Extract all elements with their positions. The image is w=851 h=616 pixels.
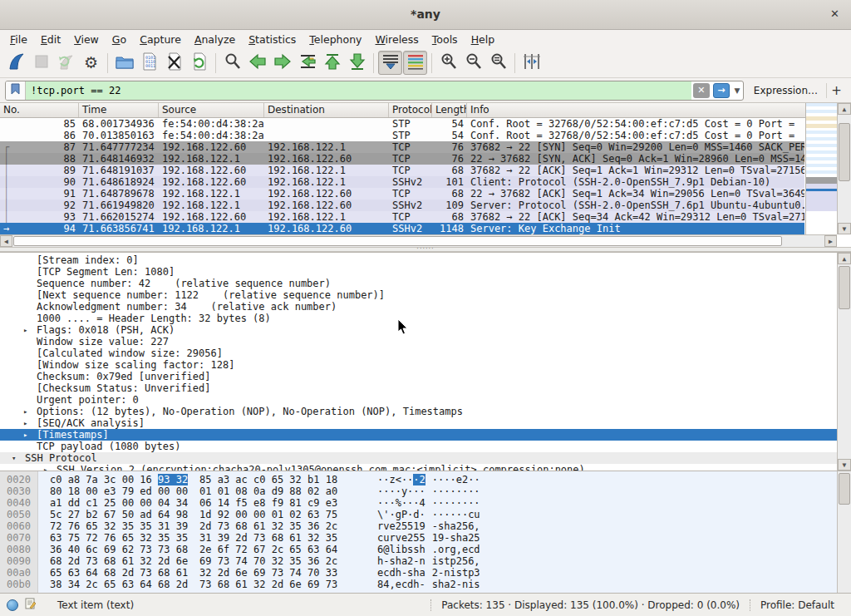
packet-row[interactable]: 8568.001734936fe:54:00:d4:38:2aSTP54Conf… [0, 118, 804, 130]
menu-go[interactable]: Go [106, 32, 133, 47]
scrollbar-thumb[interactable] [839, 123, 850, 181]
details-vscrollbar[interactable]: ▲ ▼ [837, 253, 851, 471]
detail-line[interactable]: ▸Flags: 0x018 (PSH, ACK) [0, 324, 837, 336]
expand-icon[interactable]: ▸ [23, 417, 27, 429]
hex-row[interactable]: 003080 18 00 e3 79 ed 00 0001 01 08 0a d… [0, 485, 837, 497]
menu-tools[interactable]: Tools [426, 32, 465, 47]
go-first-button[interactable] [320, 51, 344, 75]
packet-list-header[interactable]: No.TimeSourceDestinationProtocolLengthIn… [0, 103, 851, 118]
expert-info-icon[interactable] [7, 599, 18, 611]
menu-view[interactable]: View [67, 32, 106, 47]
detail-line[interactable]: 1000 .... = Header Length: 32 bytes (8) [0, 313, 837, 324]
packet-row[interactable]: │9171.648789678192.168.122.1192.168.122.… [0, 188, 804, 200]
packet-row[interactable]: │9071.648618924192.168.122.60192.168.122… [0, 176, 804, 188]
hex-row[interactable]: 00505c 27 b2 67 50 ad 64 981d 92 00 00 0… [0, 509, 837, 520]
column-header-destination[interactable]: Destination [264, 103, 389, 117]
menu-edit[interactable]: Edit [34, 32, 67, 47]
status-profile[interactable]: Profile: Default [750, 599, 844, 611]
detail-line[interactable]: Sequence number: 42 (relative sequence n… [0, 278, 837, 289]
filter-bookmark-button[interactable] [6, 81, 26, 100]
display-filter-input[interactable]: !tcp.port == 22 [26, 81, 691, 100]
reload-file-button[interactable] [187, 51, 211, 75]
capture-options-button[interactable]: ⚙ [79, 51, 103, 75]
filter-dropdown-caret[interactable]: ▼ [731, 86, 743, 95]
hex-row[interactable]: 0040a1 dd c1 25 00 00 04 3406 14 f5 e8 f… [0, 497, 837, 509]
capture-comment-icon[interactable] [25, 598, 36, 612]
open-file-button[interactable] [112, 51, 136, 75]
go-forward-button[interactable] [270, 51, 294, 75]
detail-line[interactable]: ▸[Timestamps] [0, 429, 837, 441]
zoom-100-button[interactable] [486, 51, 510, 75]
intelligent-scrollbar[interactable] [805, 103, 837, 234]
detail-line[interactable]: Urgent pointer: 0 [0, 394, 837, 406]
hex-row[interactable]: 009068 2d 73 68 61 32 2d 6e69 73 74 70 3… [0, 555, 837, 567]
stop-capture-button[interactable] [29, 51, 53, 75]
go-to-packet-button[interactable] [295, 51, 319, 75]
expression-button[interactable]: Expression… [744, 85, 826, 96]
detail-line[interactable]: ▸SSH Version 2 (encryption:chacha20-poly… [0, 464, 837, 471]
menu-help[interactable]: Help [465, 32, 502, 47]
scroll-left-arrow[interactable]: ◀ [0, 235, 12, 247]
packet-row[interactable]: │8971.648191037192.168.122.60192.168.122… [0, 165, 804, 176]
go-last-button[interactable] [345, 51, 369, 75]
bytes-vscrollbar[interactable] [837, 471, 851, 593]
detail-line[interactable]: ▾SSH Protocol [0, 452, 837, 464]
menu-analyze[interactable]: Analyze [188, 32, 242, 47]
menu-file[interactable]: File [3, 32, 34, 47]
zoom-in-button[interactable] [436, 51, 460, 75]
detail-line[interactable]: [TCP Segment Len: 1080] [0, 266, 837, 278]
hex-row[interactable]: 007063 75 72 76 65 32 35 3531 39 2d 73 6… [0, 532, 837, 544]
go-back-button[interactable] [245, 51, 269, 75]
scroll-down-arrow[interactable]: ▼ [838, 459, 851, 471]
colorize-button[interactable] [403, 51, 427, 75]
column-header-source[interactable]: Source [159, 103, 264, 117]
find-packet-button[interactable] [220, 51, 244, 75]
auto-scroll-button[interactable] [378, 51, 402, 75]
hscrollbar-thumb[interactable] [13, 236, 782, 246]
hex-row[interactable]: 0020c0 a8 7a 3c 00 16 93 3285 a3 ac c0 6… [0, 474, 837, 485]
detail-line[interactable]: Acknowledgment number: 34 (relative ack … [0, 301, 837, 313]
scroll-up-arrow[interactable]: ▲ [838, 103, 851, 115]
filter-clear-button[interactable]: ✕ [693, 83, 710, 98]
collapse-icon[interactable]: ▾ [12, 452, 16, 464]
scroll-right-arrow[interactable]: ▶ [824, 235, 837, 247]
column-header-info[interactable]: Info [467, 103, 804, 117]
packet-row[interactable]: →9471.663856741192.168.122.1192.168.122.… [0, 223, 804, 234]
scrollbar-thumb[interactable] [839, 473, 850, 505]
detail-line[interactable]: ▸[SEQ/ACK analysis] [0, 417, 837, 429]
add-filter-button[interactable]: + [826, 83, 846, 98]
column-header-time[interactable]: Time [79, 103, 159, 117]
hex-row[interactable]: 00b038 34 2c 65 63 64 68 2d73 68 61 32 2… [0, 579, 837, 590]
hex-row[interactable]: 008036 40 6c 69 62 73 73 682e 6f 72 67 2… [0, 544, 837, 555]
packet-row[interactable]: 8670.013850163fe:54:00:d4:38:2aSTP54Conf… [0, 130, 804, 141]
resize-columns-button[interactable] [519, 51, 544, 75]
hex-row[interactable]: 00a065 63 64 68 2d 73 68 6132 2d 6e 69 7… [0, 567, 837, 579]
packet-row[interactable]: │9371.662015274192.168.122.60192.168.122… [0, 211, 804, 223]
restart-capture-button[interactable] [54, 51, 78, 75]
packet-row[interactable]: │8871.648146932192.168.122.1192.168.122.… [0, 153, 804, 165]
packet-list-vscrollbar[interactable]: ▲ ▼ [837, 103, 851, 234]
close-window-button[interactable]: ✕ [830, 7, 839, 20]
expand-icon[interactable]: ▸ [23, 324, 27, 336]
start-capture-button[interactable] [4, 51, 28, 75]
expand-icon[interactable]: ▸ [43, 464, 47, 471]
hex-row[interactable]: 006072 76 65 32 35 35 31 392d 73 68 61 3… [0, 520, 837, 532]
detail-line[interactable]: [Stream index: 0] [0, 254, 837, 266]
detail-line[interactable]: ▸Options: (12 bytes), No-Operation (NOP)… [0, 406, 837, 417]
scrollbar-thumb[interactable] [839, 266, 850, 309]
packet-list-hscrollbar[interactable]: ◀ ▶ [0, 234, 837, 247]
column-header-protocol[interactable]: Protocol [389, 103, 432, 117]
packet-row[interactable]: ┌8771.647777234192.168.122.60192.168.122… [0, 141, 804, 153]
zoom-out-button[interactable] [461, 51, 485, 75]
detail-line[interactable]: [Window size scaling factor: 128] [0, 359, 837, 371]
detail-line[interactable]: TCP payload (1080 bytes) [0, 441, 837, 452]
menu-wireless[interactable]: Wireless [369, 32, 426, 47]
expand-icon[interactable]: ▸ [23, 429, 27, 441]
detail-line[interactable]: [Next sequence number: 1122 (relative se… [0, 289, 837, 301]
detail-line[interactable]: Window size value: 227 [0, 336, 837, 347]
detail-line[interactable]: [Calculated window size: 29056] [0, 347, 837, 359]
menu-statistics[interactable]: Statistics [242, 32, 303, 47]
save-file-button[interactable]: 010101100011 [137, 51, 161, 75]
detail-line[interactable]: [Checksum Status: Unverified] [0, 382, 837, 394]
filter-apply-button[interactable]: → [713, 83, 730, 98]
